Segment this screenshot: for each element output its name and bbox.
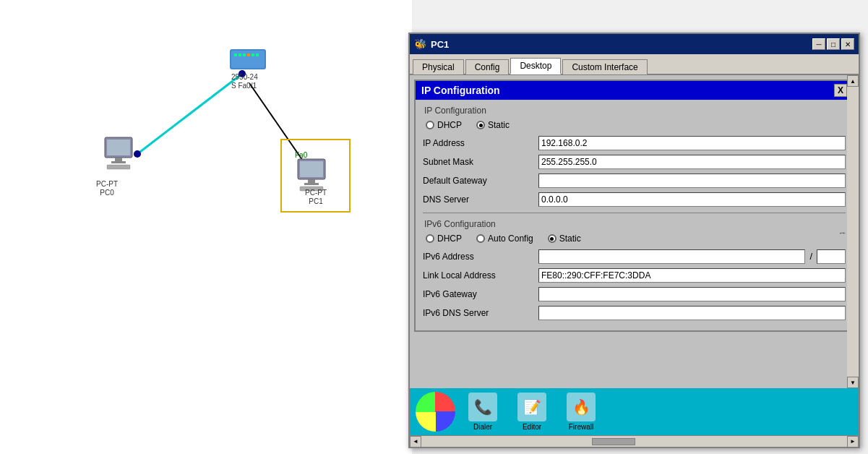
- ipv6-address-input[interactable]: [538, 249, 805, 264]
- svg-rect-25: [308, 179, 315, 183]
- dialer-label: Dialer: [473, 423, 492, 431]
- ipv6-auto-option[interactable]: Auto Config: [476, 234, 533, 244]
- dns-server-label: DNS Server: [423, 194, 538, 205]
- svg-rect-26: [304, 183, 319, 185]
- tab-custom-interface[interactable]: Custom Interface: [562, 59, 647, 74]
- svg-rect-24: [300, 161, 323, 177]
- scroll-right-arrow[interactable]: ►: [847, 436, 859, 447]
- title-left: 🐝 PC1: [414, 38, 449, 50]
- ip-address-label: IP Address: [423, 138, 538, 148]
- svg-text:PC-PT: PC-PT: [305, 189, 327, 197]
- subnet-mask-row: Subnet Mask: [423, 155, 846, 169]
- window-content: IP Configuration X IP Configuration DHCP: [410, 75, 859, 447]
- ip-config-close[interactable]: X: [834, 84, 847, 97]
- dns-server-input[interactable]: [538, 192, 846, 207]
- tabs-bar: Physical Config Desktop Custom Interface: [410, 54, 859, 75]
- title-bar: 🐝 PC1 ─ □ ✕: [410, 34, 859, 54]
- pc-window: 🐝 PC1 ─ □ ✕ Physical Config Desktop Cust…: [408, 33, 860, 448]
- default-gateway-label: Default Gateway: [423, 176, 538, 186]
- bottom-scroll-track: [421, 438, 847, 445]
- ipv6-static-option[interactable]: Static: [548, 234, 581, 244]
- svg-rect-17: [111, 161, 126, 163]
- svg-text:2950-24: 2950-24: [231, 73, 258, 81]
- default-gateway-input[interactable]: [538, 174, 846, 188]
- bottom-scroll-thumb[interactable]: [592, 438, 635, 445]
- bottom-bar: 📞 Dialer 📝 Editor 🔥 Firewall: [410, 388, 859, 435]
- dhcp-option[interactable]: DHCP: [426, 120, 462, 130]
- link-local-label: Link Local Address: [423, 270, 538, 280]
- dhcp-radio[interactable]: [426, 121, 434, 129]
- link-local-input[interactable]: [538, 268, 846, 283]
- desktop-icon-editor[interactable]: 📝 Editor: [510, 393, 554, 431]
- section-divider: [423, 213, 846, 213]
- ipv6-dns-input[interactable]: [538, 306, 846, 320]
- ipv6-prefix-input[interactable]: [817, 249, 846, 264]
- ipv6-gateway-row: IPv6 Gateway: [423, 287, 846, 301]
- svg-rect-9: [247, 53, 250, 56]
- bottom-scrollbar: ◄ ►: [410, 435, 859, 447]
- ipv6-radio-row: DHCP Auto Config Static: [423, 234, 846, 244]
- svg-point-2: [134, 150, 141, 158]
- static-radio[interactable]: [476, 121, 485, 129]
- title-buttons: ─ □ ✕: [812, 38, 854, 50]
- svg-text:PC1: PC1: [309, 197, 323, 205]
- ipv6-address-group: /: [538, 249, 846, 264]
- ipv6-dhcp-option[interactable]: DHCP: [426, 234, 462, 244]
- ipv6-static-label: Static: [559, 234, 581, 244]
- ip-address-input[interactable]: [538, 136, 846, 150]
- subnet-mask-label: Subnet Mask: [423, 157, 538, 167]
- svg-rect-7: [239, 53, 241, 56]
- svg-text:PC-PT: PC-PT: [96, 180, 118, 188]
- close-button[interactable]: ✕: [841, 38, 854, 50]
- desktop-icon-firewall[interactable]: 🔥 Firewall: [559, 393, 603, 431]
- desktop-icon-dialer[interactable]: 📞 Dialer: [461, 393, 504, 431]
- ipv6-gateway-input[interactable]: [538, 287, 846, 301]
- svg-rect-6: [234, 53, 237, 56]
- ip-config-header: IP Configuration X: [416, 81, 853, 100]
- tab-physical[interactable]: Physical: [413, 59, 464, 74]
- svg-rect-10: [252, 53, 254, 56]
- ip-config-body: IP Configuration DHCP Static: [416, 100, 853, 330]
- tab-desktop[interactable]: Desktop: [510, 58, 561, 74]
- ipv6-dns-label: IPv6 DNS Server: [423, 308, 538, 318]
- editor-label: Editor: [523, 423, 541, 431]
- ipv6-address-row: IPv6 Address /: [423, 249, 846, 264]
- static-label: Static: [488, 120, 510, 130]
- ip-config-panel: IP Configuration X IP Configuration DHCP: [414, 80, 854, 332]
- side-indicator: t: [838, 232, 847, 234]
- ipv6-auto-radio[interactable]: [476, 234, 485, 243]
- scroll-down-arrow[interactable]: ▼: [847, 377, 859, 388]
- ipv6-auto-label: Auto Config: [488, 234, 533, 244]
- static-option[interactable]: Static: [476, 120, 510, 130]
- link-local-row: Link Local Address: [423, 268, 846, 283]
- maximize-button[interactable]: □: [827, 38, 840, 50]
- window-title: PC1: [431, 39, 449, 50]
- ipv6-static-radio[interactable]: [548, 234, 557, 243]
- app-icon: 🐝: [414, 38, 426, 50]
- svg-rect-15: [107, 140, 130, 155]
- network-canvas: 2950-24 S Fa0/1 PC-PT PC0 Fa0: [0, 0, 412, 454]
- main-scroll[interactable]: IP Configuration X IP Configuration DHCP: [410, 75, 859, 388]
- right-scrollbar: ▲ ▼: [847, 75, 859, 388]
- ipv4-section-title: IP Configuration: [423, 106, 846, 116]
- minimize-button[interactable]: ─: [812, 38, 825, 50]
- firewall-icon: 🔥: [567, 393, 596, 421]
- ipv4-radio-row: DHCP Static: [423, 120, 846, 130]
- svg-rect-8: [243, 53, 246, 56]
- ip-config-title: IP Configuration: [421, 85, 500, 96]
- svg-rect-18: [107, 165, 130, 169]
- ipv6-section-title: IPv6 Configuration: [423, 219, 846, 229]
- ipv6-gateway-label: IPv6 Gateway: [423, 289, 538, 299]
- ipv6-prefix-slash: /: [808, 249, 814, 264]
- ip-address-row: IP Address: [423, 136, 846, 150]
- tab-config[interactable]: Config: [465, 59, 510, 74]
- svg-rect-16: [115, 158, 122, 161]
- ipv6-dhcp-radio[interactable]: [426, 234, 434, 243]
- ipv6-dns-row: IPv6 DNS Server: [423, 306, 846, 320]
- subnet-mask-input[interactable]: [538, 155, 846, 169]
- scroll-left-arrow[interactable]: ◄: [410, 436, 421, 447]
- dhcp-label: DHCP: [437, 120, 462, 130]
- pie-chart-icon: [416, 392, 455, 432]
- scroll-up-arrow[interactable]: ▲: [847, 75, 859, 87]
- ipv6-dhcp-label: DHCP: [437, 234, 462, 244]
